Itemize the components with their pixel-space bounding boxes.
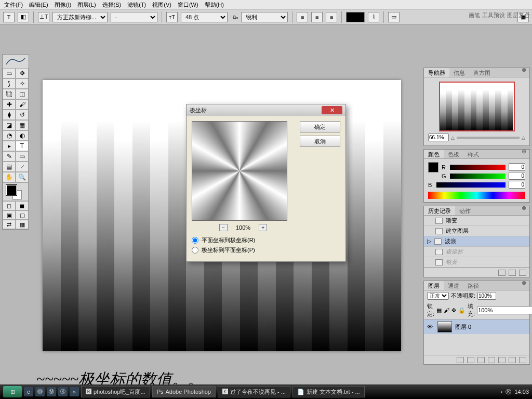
lock-pixels-icon[interactable]: ▦ xyxy=(436,307,442,314)
taskbar-task[interactable]: PsAdobe Photoshop xyxy=(152,386,216,397)
zoom-in-button[interactable]: + xyxy=(259,224,267,231)
zoom-larger-icon[interactable]: △ xyxy=(522,135,525,140)
eraser-tool-icon[interactable]: ◪ xyxy=(3,120,16,130)
close-icon[interactable]: ✕ xyxy=(322,106,342,114)
gradient-tool-icon[interactable]: ▦ xyxy=(16,120,29,130)
palettes-icon[interactable]: ▭ xyxy=(388,12,400,22)
marquee-tool-icon[interactable]: ▭ xyxy=(3,68,16,78)
menu-help[interactable]: 帮助(H) xyxy=(205,1,224,8)
shape-tool-icon[interactable]: ▭ xyxy=(16,151,29,162)
mask-icon[interactable] xyxy=(477,357,485,363)
link-icon[interactable] xyxy=(457,357,464,363)
tab-layers[interactable]: 图层 xyxy=(424,281,444,290)
layer-row[interactable]: 👁 图层 0 xyxy=(424,320,529,334)
zoom-out-button[interactable]: − xyxy=(219,224,228,231)
fill-input[interactable] xyxy=(477,306,532,314)
trash-icon[interactable] xyxy=(519,357,526,363)
warp-text-icon[interactable]: ⌇ xyxy=(368,12,379,22)
menu-file[interactable]: 文件(F) xyxy=(4,1,23,8)
history-item[interactable]: 极坐标 xyxy=(424,247,529,257)
layercomps-tab[interactable]: 图层复合 xyxy=(507,11,530,19)
clock[interactable]: 14:03 xyxy=(514,389,529,395)
presets-icon[interactable]: ◧ xyxy=(18,12,29,22)
b-slider[interactable] xyxy=(436,182,506,188)
brush-tool-icon[interactable]: 🖌 xyxy=(16,99,29,110)
lasso-tool-icon[interactable]: ⟆ xyxy=(3,78,16,89)
toolpresets-tab[interactable]: 工具预设 xyxy=(482,11,505,19)
screen-mode-2-icon[interactable]: ▢ xyxy=(16,210,29,220)
notes-tool-icon[interactable]: ▤ xyxy=(3,162,16,172)
crop-tool-icon[interactable]: ⿻ xyxy=(3,89,16,99)
type-tool-icon[interactable]: T xyxy=(16,141,29,151)
pen-tool-icon[interactable]: ✎ xyxy=(3,151,16,162)
spectrum-ramp[interactable] xyxy=(428,192,525,199)
menu-view[interactable]: 视图(V) xyxy=(152,1,171,8)
hand-tool-icon[interactable]: ✋ xyxy=(3,172,16,182)
taskbar-task[interactable]: 🅺过了今夜不说再见 - ... xyxy=(218,386,290,397)
quicklaunch-icon[interactable]: Ⓜ xyxy=(35,387,45,396)
align-center-icon[interactable]: ≡ xyxy=(311,12,323,22)
taskbar-task[interactable]: 🅱photoshop吧_百度... xyxy=(81,386,150,397)
radio-polar-to-rect[interactable]: 极坐标到平面坐标(P) xyxy=(192,246,295,254)
quicklaunch-icon[interactable]: e xyxy=(24,387,33,396)
zoom-smaller-icon[interactable]: △ xyxy=(451,135,455,140)
tray-icon[interactable]: Ⓚ xyxy=(506,388,511,396)
history-item[interactable]: 铬黄 xyxy=(424,257,529,268)
taskbar-task[interactable]: 📄新建 文本文档.txt - ... xyxy=(292,386,365,397)
align-left-icon[interactable]: ≡ xyxy=(297,12,308,22)
move-tool-icon[interactable]: ✥ xyxy=(16,68,29,78)
tab-styles[interactable]: 样式 xyxy=(463,150,483,158)
menu-select[interactable]: 选择(S) xyxy=(102,1,122,8)
color-swatch[interactable] xyxy=(428,162,438,172)
tab-histogram[interactable]: 直方图 xyxy=(469,68,495,77)
brushes-tab[interactable]: 画笔 xyxy=(469,11,480,19)
align-right-icon[interactable]: ≡ xyxy=(326,12,337,22)
r-input[interactable] xyxy=(509,163,525,171)
new-layer-icon[interactable] xyxy=(509,357,516,363)
font-family-select[interactable]: 方正苏新诗柳... xyxy=(52,12,108,22)
text-tool-icon[interactable]: T xyxy=(3,12,15,22)
menu-edit[interactable]: 编辑(E) xyxy=(29,1,48,8)
tab-swatches[interactable]: 色板 xyxy=(444,150,463,158)
panel-close-icon[interactable]: ⊗ xyxy=(522,148,526,155)
menu-image[interactable]: 图像(I) xyxy=(55,1,71,8)
tab-info[interactable]: 信息 xyxy=(449,68,469,77)
tab-color[interactable]: 颜色 xyxy=(424,150,444,158)
heal-tool-icon[interactable]: ✚ xyxy=(3,99,16,110)
lock-paint-icon[interactable]: 🖌 xyxy=(444,307,449,313)
start-button[interactable]: ⊞ xyxy=(3,386,22,397)
color-picker[interactable] xyxy=(3,182,29,201)
visibility-icon[interactable]: 👁 xyxy=(427,324,434,330)
text-orientation-icon[interactable]: ⊥T xyxy=(38,12,49,22)
history-item[interactable]: 渐变 xyxy=(424,216,529,226)
dodge-tool-icon[interactable]: ◐ xyxy=(16,130,29,141)
cancel-button[interactable]: 取消 xyxy=(300,136,340,147)
lock-move-icon[interactable]: ✥ xyxy=(451,307,456,314)
tray-icon[interactable]: ‹ xyxy=(501,389,503,395)
text-color-swatch[interactable] xyxy=(346,12,365,22)
path-select-icon[interactable]: ▸ xyxy=(3,141,16,151)
nav-zoom-input[interactable] xyxy=(428,134,449,141)
panel-close-icon[interactable]: ⊗ xyxy=(522,205,526,211)
navigator-thumbnail[interactable] xyxy=(439,82,515,131)
screen-mode-1-icon[interactable]: ▣ xyxy=(3,210,16,220)
history-item[interactable]: ▷波浪 xyxy=(424,236,529,247)
g-input[interactable] xyxy=(509,172,525,180)
wand-tool-icon[interactable]: ✧ xyxy=(16,78,29,89)
stamp-tool-icon[interactable]: ⧫ xyxy=(3,110,16,120)
fx-icon[interactable] xyxy=(467,357,474,363)
zoom-tool-icon[interactable]: 🔍 xyxy=(16,172,29,182)
tab-actions[interactable]: 动作 xyxy=(455,206,475,215)
new-doc-icon[interactable] xyxy=(509,270,516,276)
menu-layer[interactable]: 图层(L) xyxy=(77,1,96,8)
imageready-icon[interactable]: ⇄ xyxy=(3,220,16,229)
opacity-input[interactable] xyxy=(477,292,496,300)
font-size-select[interactable]: 48 点 xyxy=(181,12,228,22)
g-slider[interactable] xyxy=(450,174,506,179)
b-input[interactable] xyxy=(509,181,525,189)
folder-icon[interactable] xyxy=(498,357,506,363)
quickmask-icon[interactable]: ◼ xyxy=(16,201,29,210)
blur-tool-icon[interactable]: ◔ xyxy=(3,130,16,141)
lock-all-icon[interactable]: 🔒 xyxy=(458,307,466,314)
menu-window[interactable]: 窗口(W) xyxy=(178,1,198,8)
